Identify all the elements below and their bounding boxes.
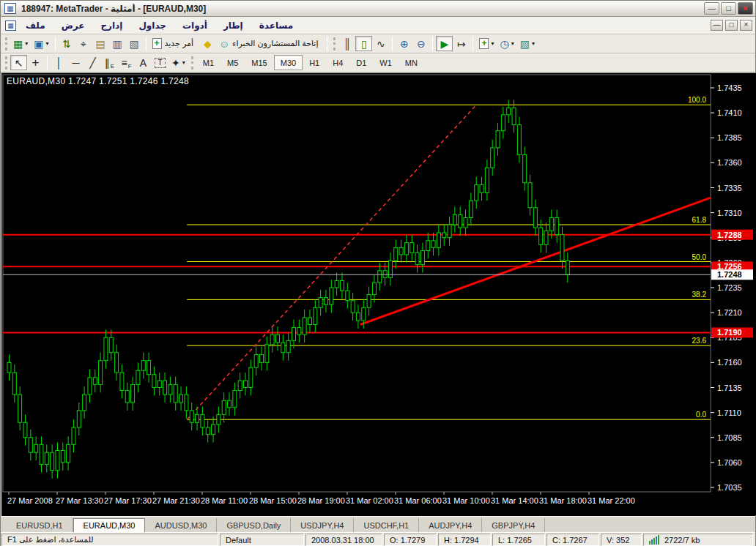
time-tick-label: 27 Mar 2008 — [7, 496, 53, 505]
bar-chart-button[interactable]: ║ — [338, 36, 355, 51]
candle-body — [93, 378, 97, 385]
candle-body — [351, 301, 355, 313]
status-panel-bar-low: L: 1.7265 — [492, 534, 545, 546]
candle-body — [517, 125, 521, 155]
toolbar-grip[interactable] — [333, 37, 336, 51]
minimize-button[interactable]: — — [704, 2, 719, 15]
candle-body — [549, 217, 553, 231]
horizontal-line-button[interactable]: ─ — [67, 55, 84, 70]
trendline-button[interactable]: ╱ — [84, 55, 101, 70]
indicators-button[interactable]: +▾ — [476, 36, 497, 51]
candle-body — [40, 444, 43, 464]
vertical-line-button[interactable]: │ — [51, 55, 67, 70]
line-chart-button[interactable]: ∿ — [372, 36, 389, 51]
timeframe-mn-button[interactable]: MN — [399, 55, 424, 70]
toolbar-grip[interactable] — [5, 37, 7, 51]
chart-shift-button[interactable]: ↦ — [453, 36, 470, 51]
candle-body — [372, 283, 376, 294]
equidistant-channel-button[interactable]: ∥E — [101, 55, 118, 70]
profiles-button[interactable]: ▣▾ — [31, 36, 51, 51]
strategy-tester-button[interactable]: ▧ — [126, 36, 143, 51]
time-tick-label: 28 Mar 15:00 — [249, 496, 297, 505]
time-tick-label: 31 Mar 02:00 — [346, 496, 393, 505]
tab-usdjpy-h4[interactable]: USDJPY,H4 — [291, 518, 354, 532]
tab-eurusd-h1[interactable]: EURUSD,H1 — [7, 518, 73, 532]
chart-window-icon[interactable]: ▦ — [5, 20, 16, 31]
data-window-button[interactable]: ▥ — [109, 36, 126, 51]
price-chart[interactable]: 1.74351.74101.73851.73601.73351.73101.72… — [1, 73, 756, 515]
candle-body — [190, 411, 193, 422]
timeframe-d1-button[interactable]: D1 — [349, 55, 373, 70]
status-panel-bar-low-text: L: 1.7265 — [498, 536, 532, 545]
toolbar-grip[interactable] — [5, 56, 7, 70]
tab-euraud-m30[interactable]: EURAUD,M30 — [73, 518, 146, 532]
candle-body — [163, 381, 167, 394]
menu-item-window[interactable]: إطار — [215, 18, 251, 33]
zoom-in-button[interactable]: ⊕ — [396, 36, 412, 51]
timeframe-w1-button[interactable]: W1 — [373, 55, 399, 70]
close-button[interactable]: × — [738, 2, 753, 15]
timeframe-m30-button[interactable]: M30 — [274, 55, 303, 70]
time-tick-label: 31 Mar 06:00 — [394, 496, 442, 505]
tab-audjpy-h4[interactable]: AUDJPY,H4 — [419, 518, 482, 532]
text-label-button[interactable]: T — [152, 55, 168, 70]
new-order-button[interactable]: +أمر جديد — [149, 36, 199, 51]
tab-audusd-m30[interactable]: AUDUSD,M30 — [145, 518, 217, 532]
restore-button[interactable]: □ — [721, 2, 736, 15]
candle-body — [109, 337, 113, 352]
candle-body — [174, 384, 177, 403]
menu-item-insert[interactable]: إدارج — [92, 18, 130, 33]
candle-body — [469, 201, 472, 217]
price-tick-label: 1.7060 — [717, 458, 742, 467]
candle-body — [168, 384, 172, 394]
fibonacci-retracement-button[interactable]: ≡F — [118, 55, 135, 70]
zoom-out-button[interactable]: ⊖ — [412, 36, 429, 51]
timeframe-h4-button[interactable]: H4 — [326, 55, 349, 70]
mdi-restore-button[interactable]: □ — [725, 20, 738, 31]
candle-body — [12, 373, 16, 394]
metaeditor-button[interactable]: ◆ — [199, 36, 216, 51]
tab-gbpjpy-h4[interactable]: GBPJPY,H4 — [482, 518, 545, 532]
expert-advisors-button[interactable]: ☺إتاحة المستشارون الخبراء — [216, 36, 324, 51]
cursor-button[interactable]: ↖ — [10, 55, 27, 70]
price-tick-label: 1.7035 — [717, 483, 742, 492]
candle-body — [464, 217, 467, 228]
candle-body — [29, 438, 32, 452]
time-tick-label: 31 Mar 14:00 — [491, 496, 538, 505]
periods-button[interactable]: ◷▾ — [497, 36, 516, 51]
indicators-icon: + — [479, 38, 489, 49]
menu-item-tools[interactable]: أدوات — [174, 18, 215, 33]
price-tick-label: 1.7235 — [717, 283, 742, 292]
mdi-minimize-button[interactable]: — — [711, 20, 723, 31]
timeframe-h1-button[interactable]: H1 — [303, 55, 326, 70]
tab-usdchf-h1[interactable]: USDCHF,H1 — [354, 518, 419, 532]
candle-body — [238, 381, 242, 391]
mdi-close-button[interactable]: × — [740, 20, 752, 31]
status-panel-bar-open: O: 1.7279 — [384, 534, 437, 546]
candle-body — [131, 384, 135, 403]
candle-body — [45, 452, 48, 464]
market-watch-button[interactable]: ⇅ — [59, 36, 75, 51]
status-panel-bar-volume: V: 352 — [601, 534, 642, 546]
price-tick-label: 1.7160 — [717, 358, 742, 367]
toolbar-grip[interactable] — [191, 56, 193, 70]
text-button[interactable]: A — [135, 55, 152, 70]
arrows-button[interactable]: ✦▾ — [168, 55, 188, 70]
tab-gbpusd-daily[interactable]: GBPUSD,Daily — [217, 518, 291, 532]
templates-button[interactable]: ▨▾ — [517, 36, 538, 51]
menu-item-view[interactable]: عرض — [53, 18, 93, 33]
candle-body — [244, 381, 248, 388]
navigator-button[interactable]: ⌖ — [75, 36, 92, 51]
candlesticks-button[interactable]: ▯ — [355, 36, 372, 51]
crosshair-button[interactable]: + — [27, 55, 44, 70]
menu-item-help[interactable]: مساعدة — [251, 18, 301, 33]
auto-scroll-button[interactable]: ▶ — [436, 36, 453, 51]
timeframe-m15-button[interactable]: M15 — [245, 55, 273, 70]
timeframe-m1-button[interactable]: M1 — [196, 55, 220, 70]
timeframe-m5-button[interactable]: M5 — [220, 55, 245, 70]
menu-item-charts[interactable]: جداول — [130, 18, 174, 33]
terminal-button[interactable]: ▤ — [92, 36, 109, 51]
new-chart-button[interactable]: ▦▾ — [10, 36, 31, 51]
menu-item-file[interactable]: ملف — [18, 18, 53, 33]
candle-body — [286, 340, 290, 352]
